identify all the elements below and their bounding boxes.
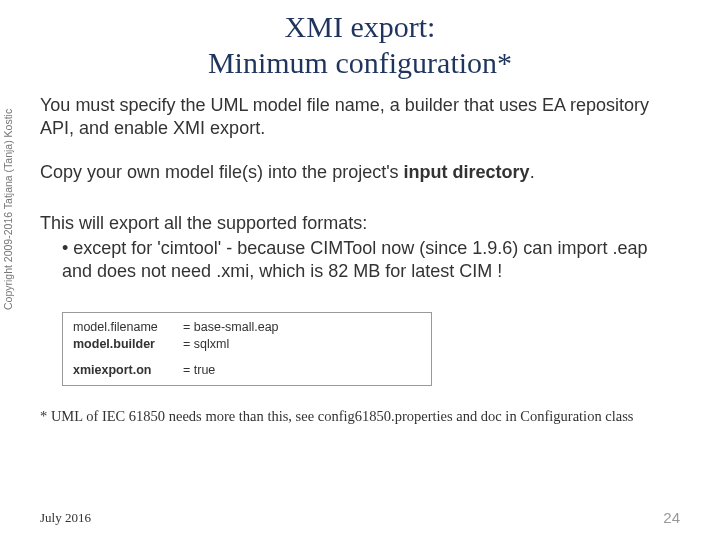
footer-date: July 2016	[40, 510, 91, 526]
footnote: * UML of IEC 61850 needs more than this,…	[40, 408, 680, 425]
slide-title-line2: Minimum configuration*	[40, 46, 680, 80]
footer: July 2016 24	[40, 509, 680, 526]
copy-paragraph: Copy your own model file(s) into the pro…	[40, 161, 680, 184]
config-box: model.filename = base-small.eap model.bu…	[62, 312, 432, 387]
config-val: = base-small.eap	[183, 319, 279, 336]
intro-paragraph: You must specify the UML model file name…	[40, 94, 680, 139]
config-row-builder: model.builder = sqlxml	[73, 336, 421, 353]
config-key: model.builder	[73, 336, 183, 353]
copy-bold: input directory	[404, 162, 530, 182]
config-val: = sqlxml	[183, 336, 229, 353]
config-row-xmiexport: xmiexport.on = true	[73, 362, 421, 379]
title-block: XMI export: Minimum configuration*	[40, 10, 680, 80]
slide-title-line1: XMI export:	[40, 10, 680, 44]
bullet-block: This will export all the supported forma…	[40, 212, 680, 284]
copy-pre: Copy your own model file(s) into the pro…	[40, 162, 404, 182]
bullet-lead: This will export all the supported forma…	[40, 212, 680, 235]
bullet-item: • except for 'cimtool' - because CIMTool…	[40, 237, 680, 284]
config-key: model.filename	[73, 319, 183, 336]
config-val: = true	[183, 362, 215, 379]
copy-post: .	[530, 162, 535, 182]
copyright-text: Copyright 2009-2016 Tatjana (Tanja) Kost…	[2, 109, 14, 310]
config-row-filename: model.filename = base-small.eap	[73, 319, 421, 336]
footer-page: 24	[663, 509, 680, 526]
config-gap	[73, 352, 421, 362]
config-key: xmiexport.on	[73, 362, 183, 379]
slide: Copyright 2009-2016 Tatjana (Tanja) Kost…	[0, 0, 720, 540]
